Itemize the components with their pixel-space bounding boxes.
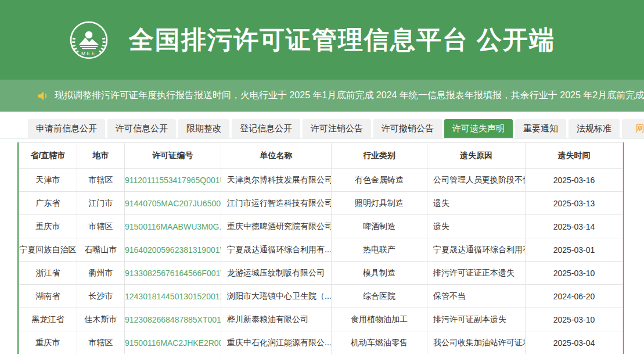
- page-title: 全国排污许可证管理信息平台 公开端: [129, 23, 555, 57]
- cell-province: 重庆市: [19, 331, 77, 354]
- cell-company-name: 重庆中德啤酒研究院有限公司: [221, 215, 332, 238]
- tab-important-notice[interactable]: 重要通知: [515, 119, 566, 138]
- cell-industry: 模具制造: [332, 262, 427, 285]
- cell-loss-date: 2025-03-10: [526, 262, 623, 285]
- col-header-city: 地市: [77, 143, 125, 169]
- tab-bar: 申请前信息公开 许可信息公开 限期整改 登记信息公开 许可注销公告 许可撤销公告…: [0, 119, 644, 139]
- table-row: 黑龙江省 佳木斯市 9123082668487885XT001X 桦川新泰粮油有…: [19, 308, 623, 331]
- cell-loss-reason: 排污许可证副本遗失: [427, 308, 526, 331]
- cell-permit-number-link[interactable]: 91440705MAC207JU65001U: [125, 192, 221, 215]
- cell-loss-reason: 公司管理人员更换阶段不慎...: [427, 169, 526, 192]
- cell-company-name: 龙游运城压纹制版有限公司: [221, 262, 332, 285]
- cell-province: 黑龙江省: [19, 308, 77, 331]
- cell-loss-date: 2025-03-13: [526, 192, 623, 215]
- cell-company-name: 浏阳市大瑶镇中心卫生院（...: [221, 285, 332, 308]
- cell-city: 长沙市: [77, 285, 125, 308]
- cell-permit-number-link[interactable]: 91120111553417965Q001U: [125, 169, 221, 192]
- cell-province: 浙江省: [19, 262, 77, 285]
- cell-city: 市辖区: [77, 169, 125, 192]
- cell-city: 佳木斯市: [77, 308, 125, 331]
- cell-province: 广东省: [19, 192, 77, 215]
- cell-permit-number-link[interactable]: 9123082668487885XT001X: [125, 308, 221, 331]
- cell-company-name: 宁夏晟达通循环综合利用有...: [221, 238, 332, 262]
- cell-permit-number-link[interactable]: 916402005962381319001V: [125, 238, 221, 262]
- cell-loss-date: 2025-03-01: [526, 238, 623, 262]
- cell-loss-reason: 排污许可证证正本遗失: [427, 262, 526, 285]
- cell-permit-number-link[interactable]: 91330825676164566F001W: [125, 262, 221, 285]
- cell-loss-reason: 宁夏晟达通循环综合利用有...: [427, 238, 526, 262]
- cell-industry: 啤酒制造: [332, 215, 427, 238]
- cell-loss-date: 2025-03-10: [526, 308, 623, 331]
- cell-loss-reason: 我公司收集加油站许可证填...: [427, 331, 526, 354]
- cell-loss-reason: 遗失: [427, 192, 526, 215]
- cell-company-name: 天津奥尔博科技发展有限公司: [221, 169, 332, 192]
- site-header: MEE 全国排污许可证管理信息平台 公开端: [0, 0, 644, 80]
- notice-bar: 现拟调整排污许可证年度执行报告报送时间，火电行业于 2025 年1月底前完成 2…: [0, 80, 644, 112]
- cell-province: 天津市: [19, 169, 77, 192]
- col-header-industry: 行业类别: [332, 143, 427, 169]
- table-row: 广东省 江门市 91440705MAC207JU65001U 江门市运行智造科技…: [19, 192, 623, 215]
- tab-rectification[interactable]: 限期整改: [178, 119, 229, 138]
- cell-company-name: 重庆中石化润江能源有限公...: [221, 331, 332, 354]
- cell-city: 石嘴山市: [77, 238, 125, 262]
- table-row: 天津市 市辖区 91120111553417965Q001U 天津奥尔博科技发展…: [19, 169, 623, 192]
- table-row: 湖南省 长沙市 124301814450130152001X 浏阳市大瑶镇中心卫…: [19, 285, 623, 308]
- tab-loss-declaration[interactable]: 许可遗失声明: [444, 119, 513, 138]
- cell-company-name: 江门市运行智造科技有限公司: [221, 192, 332, 215]
- table-row: 重庆市 市辖区 91500116MAABWU3M0G... 重庆中德啤酒研究院有…: [19, 215, 623, 238]
- tab-revocation-notice[interactable]: 许可撤销公告: [373, 119, 442, 138]
- col-header-loss-reason: 遗失原因: [427, 143, 526, 169]
- tab-registration-info[interactable]: 登记信息公开: [232, 119, 300, 138]
- tab-pre-application-info[interactable]: 申请前信息公开: [28, 119, 105, 138]
- speaker-icon: [37, 91, 49, 101]
- col-header-loss-date: 遗失时间: [526, 143, 623, 169]
- col-header-company-name: 单位名称: [221, 143, 332, 169]
- cell-permit-number-link[interactable]: 91500116MAABWU3M0G...: [125, 215, 221, 238]
- table-row: 浙江省 衢州市 91330825676164566F001W 龙游运城压纹制版有…: [19, 262, 623, 285]
- cell-industry: 综合医院: [332, 285, 427, 308]
- cell-loss-date: 2024-06-20: [526, 285, 623, 308]
- cell-province: 重庆市: [19, 215, 77, 238]
- cell-industry: 食用植物油加工: [332, 308, 427, 331]
- cell-province: 宁夏回族自治区: [19, 238, 77, 262]
- cell-loss-date: 2025-03-04: [526, 331, 623, 354]
- cell-city: 衢州市: [77, 262, 125, 285]
- col-header-permit-number: 许可证编号: [125, 143, 221, 169]
- tab-online-application[interactable]: 网上申报: [622, 119, 644, 138]
- cell-loss-reason: 遗失: [427, 215, 526, 238]
- cell-loss-reason: 保管不当: [427, 285, 526, 308]
- table-row: 重庆市 市辖区 91500116MAC2JHKE2R00... 重庆中石化润江能…: [19, 331, 623, 354]
- cell-permit-number-link[interactable]: 91500116MAC2JHKE2R00...: [125, 331, 221, 354]
- cell-company-name: 桦川新泰粮油有限公司: [221, 308, 332, 331]
- tab-cancellation-notice[interactable]: 许可注销公告: [303, 119, 371, 138]
- cell-industry: 有色金属铸造: [332, 169, 427, 192]
- logo-text: MEE: [81, 50, 96, 56]
- cell-city: 市辖区: [77, 215, 125, 238]
- mee-logo-icon: MEE: [70, 21, 108, 59]
- cell-loss-date: 2025-03-16: [526, 169, 623, 192]
- cell-city: 市辖区: [77, 331, 125, 354]
- cell-permit-number-link[interactable]: 124301814450130152001X: [125, 285, 221, 308]
- table-row: 宁夏回族自治区 石嘴山市 916402005962381319001V 宁夏晟达…: [19, 238, 623, 262]
- cell-industry: 热电联产: [332, 238, 427, 262]
- cell-city: 江门市: [77, 192, 125, 215]
- cell-province: 湖南省: [19, 285, 77, 308]
- tab-regulations[interactable]: 法规标准: [569, 119, 620, 138]
- notice-text: 现拟调整排污许可证年度执行报告报送时间，火电行业于 2025 年1月底前完成 2…: [55, 90, 644, 102]
- cell-industry: 照明灯具制造: [332, 192, 427, 215]
- table-header-row: 省/直辖市 地市 许可证编号 单位名称 行业类别 遗失原因 遗失时间: [19, 143, 623, 169]
- tab-permit-info[interactable]: 许可信息公开: [107, 119, 176, 138]
- cell-loss-date: 2025-03-14: [526, 215, 623, 238]
- header-inner: MEE 全国排污许可证管理信息平台 公开端: [70, 21, 555, 59]
- cell-industry: 机动车燃油零售: [332, 331, 427, 354]
- col-header-province: 省/直辖市: [19, 143, 77, 169]
- lost-permit-table: 省/直辖市 地市 许可证编号 单位名称 行业类别 遗失原因 遗失时间 天津市 市…: [17, 142, 624, 354]
